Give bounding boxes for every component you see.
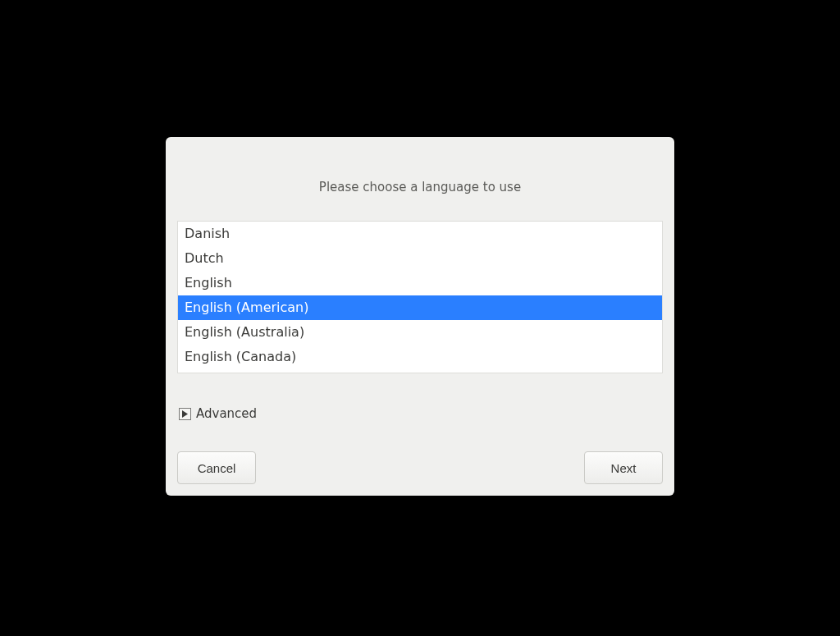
list-item[interactable]: English (Australia)	[178, 320, 662, 345]
list-item[interactable]: English (Canada)	[178, 345, 662, 369]
dialog-title: Please choose a language to use	[176, 180, 664, 194]
list-item[interactable]: Danish	[178, 222, 662, 246]
play-right-icon	[179, 408, 191, 420]
button-row: Cancel Next	[176, 451, 664, 484]
next-button[interactable]: Next	[584, 451, 663, 484]
advanced-expander[interactable]: Advanced	[179, 406, 664, 421]
advanced-label: Advanced	[196, 406, 257, 421]
list-item[interactable]: English	[178, 271, 662, 295]
list-item[interactable]: Dutch	[178, 246, 662, 271]
cancel-button[interactable]: Cancel	[177, 451, 256, 484]
svg-marker-0	[182, 410, 188, 418]
language-list[interactable]: Danish Dutch English English (American) …	[177, 221, 663, 373]
list-item[interactable]: English (Ireland)	[178, 369, 662, 373]
language-dialog: Please choose a language to use Danish D…	[166, 137, 674, 496]
list-item-selected[interactable]: English (American)	[178, 295, 662, 320]
